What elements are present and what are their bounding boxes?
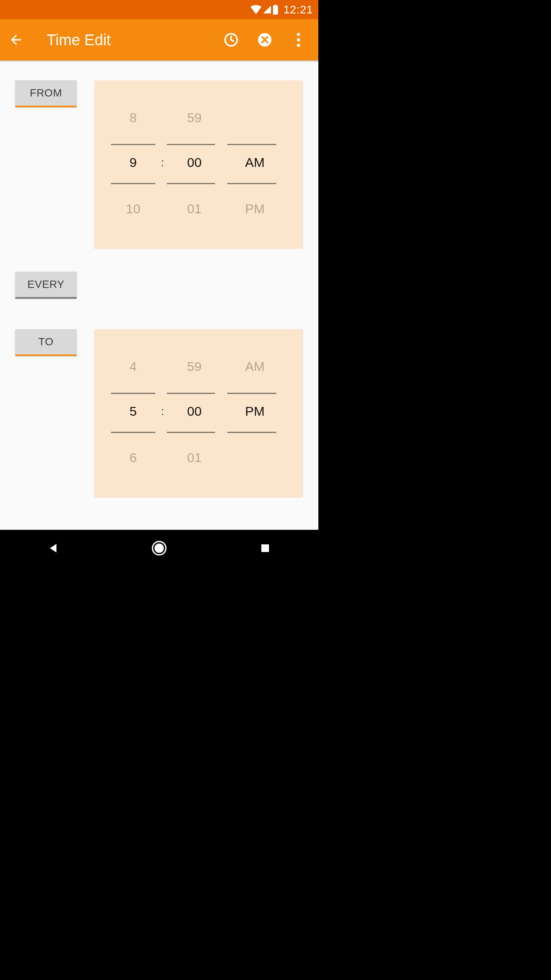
to-row: TO 4 59 AM 5 : 00 PM: [15, 329, 303, 498]
to-label-chip[interactable]: TO: [15, 329, 77, 356]
to-hour-next[interactable]: 6: [106, 450, 160, 465]
appbar-actions: [222, 31, 311, 49]
cancel-button[interactable]: [256, 31, 274, 49]
battery-icon: [272, 5, 279, 15]
from-colon: :: [160, 157, 165, 169]
from-ampm-next[interactable]: PM: [228, 201, 282, 216]
cell-signal-icon: [262, 5, 272, 14]
nav-recents-button[interactable]: [254, 537, 277, 560]
from-ampm[interactable]: AM: [228, 155, 282, 170]
every-row: EVERY: [15, 272, 303, 299]
svg-point-6: [155, 544, 164, 553]
page-title: Time Edit: [47, 31, 111, 49]
from-hour-next[interactable]: 10: [106, 201, 160, 216]
to-min-next[interactable]: 01: [168, 450, 221, 465]
from-min-next[interactable]: 01: [168, 201, 221, 216]
nav-home-button[interactable]: [148, 537, 171, 560]
more-vert-icon: [297, 33, 300, 47]
to-time-picker[interactable]: 4 59 AM 5 : 00 PM 6: [94, 329, 303, 498]
clock-button[interactable]: [222, 31, 240, 49]
from-hour-prev[interactable]: 8: [106, 110, 160, 125]
to-min-prev[interactable]: 59: [168, 359, 221, 374]
to-ampm-prev[interactable]: AM: [228, 359, 282, 374]
app-bar: Time Edit: [0, 19, 318, 60]
to-ampm[interactable]: PM: [228, 404, 282, 419]
back-button[interactable]: [7, 31, 25, 49]
from-hour[interactable]: 9: [106, 155, 160, 170]
from-min-prev[interactable]: 59: [168, 110, 221, 125]
status-time: 12:21: [283, 3, 313, 16]
overflow-menu-button[interactable]: [289, 31, 308, 49]
close-circle-icon: [257, 32, 273, 48]
svg-rect-7: [261, 544, 269, 552]
nav-recents-icon: [259, 542, 271, 554]
to-hour-prev[interactable]: 4: [106, 359, 160, 374]
from-label-chip[interactable]: FROM: [15, 80, 77, 107]
svg-point-2: [297, 33, 300, 36]
to-hour[interactable]: 5: [106, 404, 160, 419]
clock-icon: [223, 32, 239, 48]
from-time-picker[interactable]: 8 59 9 : 00 AM 10: [94, 80, 303, 249]
nav-home-icon: [151, 540, 167, 556]
screen: 12:21 Time Edit FROM 8: [0, 0, 318, 567]
every-label-chip[interactable]: EVERY: [15, 272, 77, 299]
from-row: FROM 8 59 9 : 00 AM: [15, 80, 303, 249]
nav-bar: [0, 530, 318, 567]
status-bar: 12:21: [0, 0, 318, 19]
to-min[interactable]: 00: [168, 404, 221, 419]
status-icons: [250, 5, 279, 15]
from-min[interactable]: 00: [168, 155, 221, 170]
svg-point-4: [297, 44, 300, 47]
to-colon: :: [160, 405, 165, 418]
nav-back-icon: [47, 542, 60, 555]
arrow-back-icon: [8, 32, 24, 47]
nav-back-button[interactable]: [42, 537, 65, 560]
svg-point-3: [297, 38, 300, 41]
content: FROM 8 59 9 : 00 AM: [0, 60, 318, 530]
wifi-icon: [250, 5, 262, 14]
